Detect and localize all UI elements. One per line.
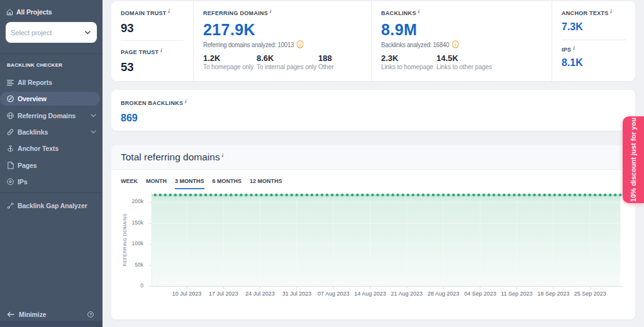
warning-info-icon[interactable]: [452, 40, 458, 48]
data-point-dot[interactable]: [219, 194, 222, 196]
data-point-dot[interactable]: [457, 194, 460, 196]
data-point-dot[interactable]: [169, 194, 172, 196]
tab-month[interactable]: MONTH: [146, 178, 167, 189]
data-point-dot[interactable]: [477, 194, 480, 196]
discount-ribbon[interactable]: 10% discount just for you: [623, 116, 644, 203]
data-point-dot[interactable]: [179, 194, 182, 196]
data-point-dot[interactable]: [396, 194, 399, 196]
data-point-dot[interactable]: [422, 194, 425, 196]
help-icon[interactable]: ?: [87, 311, 94, 318]
data-point-dot[interactable]: [508, 194, 510, 196]
data-point-dot[interactable]: [564, 194, 566, 196]
data-point-dot[interactable]: [159, 194, 162, 196]
tab-12-months[interactable]: 12 MONTHS: [250, 178, 282, 189]
info-hint-icon[interactable]: i: [573, 45, 575, 51]
data-point-dot[interactable]: [230, 194, 232, 196]
data-point-dot[interactable]: [316, 194, 318, 196]
data-point-dot[interactable]: [356, 194, 358, 196]
data-point-dot[interactable]: [184, 194, 187, 196]
data-point-dot[interactable]: [341, 194, 343, 196]
data-point-dot[interactable]: [240, 194, 242, 196]
data-point-dot[interactable]: [427, 194, 430, 196]
data-point-dot[interactable]: [467, 194, 470, 196]
chevron-down-icon[interactable]: [90, 129, 96, 135]
data-point-dot[interactable]: [599, 194, 601, 196]
data-point-dot[interactable]: [225, 194, 227, 196]
sidebar-item-all-reports[interactable]: All Reports: [0, 74, 103, 91]
info-hint-icon[interactable]: i: [185, 99, 187, 104]
data-point-dot[interactable]: [482, 194, 485, 196]
data-point-dot[interactable]: [569, 194, 571, 196]
data-point-dot[interactable]: [437, 194, 440, 196]
data-point-dot[interactable]: [492, 194, 495, 196]
data-point-dot[interactable]: [301, 194, 303, 196]
data-point-dot[interactable]: [209, 194, 212, 196]
data-point-dot[interactable]: [250, 194, 252, 196]
data-point-dot[interactable]: [523, 194, 525, 196]
data-point-dot[interactable]: [164, 194, 167, 196]
data-point-dot[interactable]: [386, 194, 389, 196]
data-point-dot[interactable]: [487, 194, 490, 196]
all-projects-link[interactable]: All Projects: [6, 7, 97, 22]
data-point-dot[interactable]: [472, 194, 475, 196]
info-hint-icon[interactable]: i: [160, 48, 162, 53]
data-point-dot[interactable]: [538, 194, 541, 196]
data-point-dot[interactable]: [533, 194, 536, 196]
data-point-dot[interactable]: [270, 194, 272, 196]
data-point-dot[interactable]: [235, 194, 237, 196]
select-project-dropdown[interactable]: Select project: [6, 22, 97, 43]
sidebar-item-anchor-texts[interactable]: Anchor Texts: [0, 140, 103, 157]
data-point-dot[interactable]: [376, 194, 379, 196]
sidebar-item-backlink-gap-analyzer[interactable]: Backlink Gap Analyzer: [0, 197, 103, 214]
data-point-dot[interactable]: [548, 194, 551, 196]
sidebar-item-ips[interactable]: IPs: [0, 174, 103, 190]
data-point-dot[interactable]: [401, 194, 404, 196]
data-point-dot[interactable]: [619, 194, 621, 196]
data-point-dot[interactable]: [381, 194, 384, 196]
info-hint-icon[interactable]: i: [270, 9, 272, 14]
info-hint-icon[interactable]: i: [418, 9, 420, 14]
data-point-dot[interactable]: [326, 194, 328, 196]
data-point-dot[interactable]: [361, 194, 364, 196]
data-point-dot[interactable]: [306, 194, 308, 196]
sidebar-item-referring-domains[interactable]: Referring Domains: [0, 108, 103, 124]
data-point-dot[interactable]: [321, 194, 323, 196]
data-point-dot[interactable]: [154, 194, 157, 196]
data-point-dot[interactable]: [391, 194, 394, 196]
tab-week[interactable]: WEEK: [121, 178, 138, 189]
data-point-dot[interactable]: [189, 194, 192, 196]
data-point-dot[interactable]: [518, 194, 520, 196]
data-point-dot[interactable]: [589, 194, 591, 196]
data-point-dot[interactable]: [614, 194, 616, 196]
data-point-dot[interactable]: [452, 194, 455, 196]
data-point-dot[interactable]: [260, 194, 262, 196]
minimize-button[interactable]: Minimize ?: [0, 308, 103, 321]
data-point-dot[interactable]: [275, 194, 277, 196]
data-point-dot[interactable]: [351, 194, 353, 196]
data-point-dot[interactable]: [255, 194, 257, 196]
sidebar-item-pages[interactable]: Pages: [0, 157, 103, 173]
data-point-dot[interactable]: [311, 194, 313, 196]
data-point-dot[interactable]: [280, 194, 283, 196]
data-point-dot[interactable]: [584, 194, 586, 196]
data-point-dot[interactable]: [245, 194, 247, 196]
data-point-dot[interactable]: [502, 194, 505, 196]
data-point-dot[interactable]: [574, 194, 576, 196]
data-point-dot[interactable]: [214, 194, 217, 196]
tab-3-months[interactable]: 3 MONTHS: [175, 178, 204, 189]
data-point-dot[interactable]: [371, 194, 374, 196]
info-hint-icon[interactable]: i: [611, 9, 613, 14]
data-point-dot[interactable]: [558, 194, 561, 196]
data-point-dot[interactable]: [579, 194, 581, 196]
data-point-dot[interactable]: [265, 194, 267, 196]
sidebar-item-backlinks[interactable]: Backlinks: [0, 124, 103, 140]
data-point-dot[interactable]: [291, 194, 293, 196]
data-point-dot[interactable]: [497, 194, 500, 196]
data-point-dot[interactable]: [594, 194, 596, 196]
data-point-dot[interactable]: [346, 194, 348, 196]
info-hint-icon[interactable]: i: [222, 153, 223, 158]
data-point-dot[interactable]: [432, 194, 435, 196]
data-point-dot[interactable]: [528, 194, 530, 196]
data-point-dot[interactable]: [286, 194, 288, 196]
data-point-dot[interactable]: [417, 194, 419, 196]
